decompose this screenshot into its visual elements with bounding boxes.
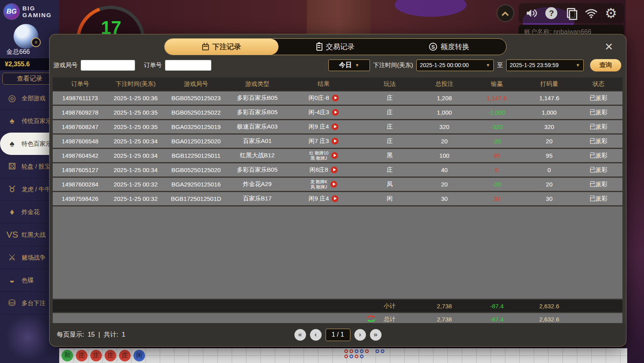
replay-video-icon[interactable] bbox=[332, 195, 338, 202]
total-win-loss: -87.4 bbox=[470, 316, 523, 323]
table-row: 14987604542 2025-1-25 00:34 BGB122501250… bbox=[53, 149, 622, 162]
subtotal-win-loss: -87.4 bbox=[470, 303, 523, 309]
cell-result: 闲7 庄3 bbox=[286, 138, 361, 145]
close-icon[interactable]: ✕ bbox=[604, 42, 613, 52]
next-page-button[interactable]: › bbox=[354, 329, 366, 341]
sidebar-item-label: 特色百家乐 bbox=[22, 140, 52, 148]
mascot-glow bbox=[4, 315, 52, 359]
avatar-menu-icon[interactable]: ≡ bbox=[31, 38, 41, 47]
sidebar-item-label: 炸金花 bbox=[22, 208, 40, 216]
cell-round-id: BGB05250125022 bbox=[164, 109, 228, 116]
game-category-icon: ◒ bbox=[6, 275, 18, 286]
bet-records-table: 订单号 下注时间(美东) 游戏局号 游戏类型 结果 玩法 总投注 输赢 打码量 … bbox=[53, 77, 622, 325]
tab-credit-transfer[interactable]: S 额度转换 bbox=[392, 39, 506, 55]
cell-total-bet: 320 bbox=[418, 123, 470, 130]
sidebar-item-label: 红黑大战 bbox=[22, 231, 46, 239]
replay-video-icon[interactable] bbox=[331, 167, 338, 173]
cell-play: 庄 bbox=[361, 94, 418, 102]
replay-video-icon[interactable] bbox=[331, 152, 338, 159]
cell-order-id: 14987606548 bbox=[53, 138, 107, 145]
last-page-button[interactable]: » bbox=[370, 329, 382, 341]
replay-video-icon[interactable] bbox=[332, 123, 338, 130]
cell-order-id: 14987611173 bbox=[53, 95, 107, 101]
order-no-input[interactable] bbox=[165, 60, 211, 71]
replay-video-icon[interactable] bbox=[332, 95, 339, 101]
cell-status: 已派彩 bbox=[575, 181, 622, 188]
game-category-icon: ⛁ bbox=[6, 298, 18, 308]
cell-result: 闲-4庄3 bbox=[286, 109, 361, 116]
cell-game-type: 多彩百家乐B05 bbox=[228, 166, 286, 174]
game-category-icon: ⚔ bbox=[6, 252, 18, 263]
cell-total-bet: 1,000 bbox=[418, 109, 470, 116]
cell-win-loss: -320 bbox=[470, 123, 523, 130]
game-round-input[interactable] bbox=[81, 60, 135, 71]
game-category-icon: ◎ bbox=[6, 93, 18, 103]
cell-win-loss: -1,000 bbox=[470, 109, 523, 116]
bg-logo-icon: BG bbox=[3, 3, 20, 20]
table-row: 14987606548 2025-1-25 00:34 BGA012501250… bbox=[53, 135, 622, 148]
cell-game-type: 百家乐A01 bbox=[228, 137, 286, 145]
replay-video-icon[interactable] bbox=[332, 109, 339, 116]
view-records-button[interactable]: 查看记录 bbox=[2, 73, 57, 85]
wifi-icon[interactable] bbox=[584, 6, 598, 20]
background-table bbox=[395, 0, 467, 17]
cell-win-loss: 1,147.6 bbox=[470, 95, 523, 101]
sidebar-item-label: 赌场战争 bbox=[22, 254, 46, 262]
collapse-button[interactable] bbox=[497, 4, 514, 22]
sidebar-item-label: 轮盘 / 骰宝 bbox=[22, 163, 51, 171]
bet-records-modal: 下注记录 交易记录 S 额度转换 ✕ 游戏局号 订单号 今日 ▼ 下注时间(美东… bbox=[49, 34, 626, 347]
game-category-icon: VS bbox=[6, 230, 18, 240]
separator: | bbox=[98, 331, 100, 338]
replay-video-icon[interactable] bbox=[332, 138, 338, 145]
cell-order-id: 14987600284 bbox=[53, 181, 107, 188]
cell-round-id: BGB1725012501D bbox=[164, 195, 228, 202]
cell-order-id: 14987609278 bbox=[53, 109, 107, 116]
cell-play: 凤 bbox=[361, 181, 418, 188]
table-body: 14987611173 2025-1-25 00:36 BGB052501250… bbox=[53, 91, 622, 205]
tab-bet-records[interactable]: 下注记录 bbox=[165, 39, 278, 55]
replay-video-icon[interactable] bbox=[330, 181, 337, 188]
cell-game-type: 极速百家乐A03 bbox=[228, 123, 286, 131]
settings-gear-icon[interactable]: ⚙ bbox=[604, 6, 618, 20]
end-time-select[interactable]: 2025-1-25 23:59:59 ▼ bbox=[506, 60, 584, 71]
cell-play: 黑 bbox=[361, 152, 418, 159]
start-time-select[interactable]: 2025-1-25 00:00:00 ▼ bbox=[416, 60, 494, 71]
date-range-select[interactable]: 今日 ▼ bbox=[328, 60, 370, 71]
cell-turnover: 0 bbox=[523, 167, 575, 173]
cell-result: 红 散牌10黑 散牌J bbox=[286, 151, 361, 161]
cell-bet-time: 2025-1-25 00:34 bbox=[107, 152, 164, 159]
bead: 庄 bbox=[76, 350, 87, 361]
sound-icon[interactable] bbox=[525, 6, 539, 20]
cell-bet-time: 2025-1-25 00:32 bbox=[107, 181, 164, 188]
total-count-value: 1 bbox=[122, 331, 125, 338]
cell-total-bet: 100 bbox=[418, 152, 470, 159]
cell-order-id: 14987608247 bbox=[53, 123, 107, 130]
coins-icon: S bbox=[429, 43, 437, 51]
cell-win-loss: 30 bbox=[470, 195, 523, 202]
help-icon[interactable]: ? bbox=[545, 6, 558, 20]
per-page-info: 每页显示: 15 | 共计: 1 bbox=[57, 331, 125, 339]
screen: 17 ? ⚙ 账户名称: nnbaiwan666 BG BIGGAMING ≡ … bbox=[0, 0, 644, 363]
avatar[interactable]: ≡ bbox=[14, 24, 38, 49]
query-button[interactable]: 查询 bbox=[590, 59, 621, 71]
cell-play: 庄 bbox=[361, 109, 418, 116]
cell-round-id: BGA03250125019 bbox=[164, 123, 228, 130]
first-page-button[interactable]: « bbox=[294, 329, 306, 341]
game-category-icon: ♠ bbox=[6, 116, 18, 126]
cell-bet-time: 2025-1-25 00:32 bbox=[107, 195, 164, 202]
copy-icon[interactable] bbox=[564, 6, 578, 20]
refresh-icon[interactable] bbox=[366, 315, 376, 323]
order-no-label: 订单号 bbox=[144, 61, 162, 69]
cell-game-type: 红黑大战B12 bbox=[228, 152, 286, 159]
bead: 庄 bbox=[105, 350, 116, 361]
bead: 和 bbox=[62, 350, 73, 361]
page-indicator: 1 / 1 bbox=[326, 329, 350, 341]
cell-play: 闲 bbox=[361, 195, 418, 202]
cell-bet-time: 2025-1-25 00:35 bbox=[107, 123, 164, 130]
prev-page-button[interactable]: ‹ bbox=[310, 329, 322, 341]
cell-game-type: 多彩百家乐B05 bbox=[228, 94, 286, 102]
cell-bet-time: 2025-1-25 00:36 bbox=[107, 95, 164, 101]
tab-transaction-records[interactable]: 交易记录 bbox=[278, 39, 392, 55]
cell-win-loss: -20 bbox=[470, 138, 523, 145]
calendar-icon bbox=[202, 44, 209, 50]
